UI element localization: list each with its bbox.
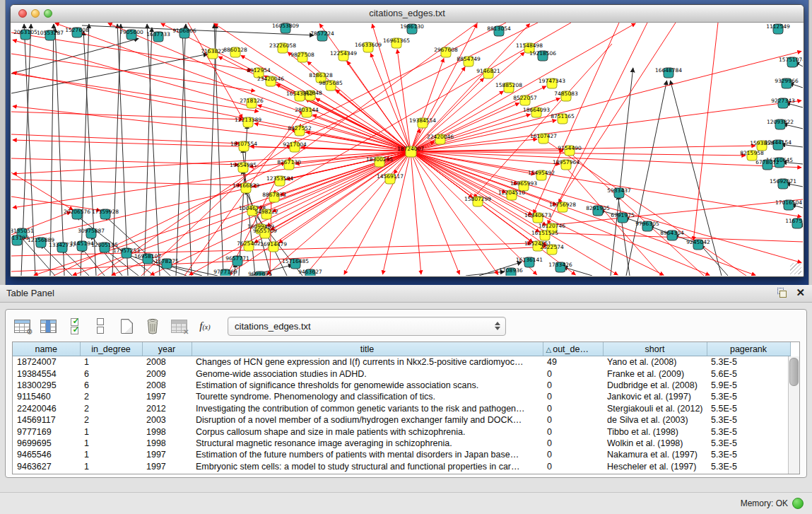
table-cell[interactable]: 0 xyxy=(543,414,603,426)
network-window[interactable]: citations_edges.txt 12213389181075541965… xyxy=(10,4,804,277)
table-cell[interactable]: 2 xyxy=(80,391,142,402)
table-row[interactable]: 1456911722003Disruption of a novel membe… xyxy=(13,414,790,426)
table-selector[interactable]: citations_edges.txt xyxy=(228,317,506,336)
table-cell[interactable]: 0 xyxy=(543,426,603,437)
table-row[interactable]: 1938455462009Genome-wide association stu… xyxy=(13,368,790,379)
table-row[interactable]: 946362711997Embryonic stem cells: a mode… xyxy=(13,461,790,472)
table-cell[interactable]: Investigating the contribution of common… xyxy=(192,403,543,414)
table-cell[interactable]: Embryonic stem cells: a model to study s… xyxy=(192,461,543,472)
table-cell[interactable]: 49 xyxy=(543,356,603,368)
table-cell[interactable]: 18300295 xyxy=(13,380,80,391)
table-cell[interactable]: 0 xyxy=(543,438,603,449)
table-cell[interactable]: Tibbo et al. (1998) xyxy=(603,426,707,437)
select-columns-button[interactable] xyxy=(39,317,57,335)
table-cell[interactable]: Estimation of the future numbers of pati… xyxy=(192,449,543,460)
table-cell[interactable]: Jankovic et al. (1997) xyxy=(603,391,707,402)
table-cell[interactable]: 6 xyxy=(80,380,142,391)
table-vertical-scrollbar[interactable] xyxy=(788,356,799,474)
table-cell[interactable]: Hescheler et al. (1997) xyxy=(603,461,707,472)
table-row[interactable]: 1830029562008Estimation of significance … xyxy=(13,380,790,391)
table-cell[interactable]: 5.6E-5 xyxy=(707,368,790,379)
table-cell[interactable]: 18724007 xyxy=(13,356,80,368)
column-header[interactable]: △out_de… xyxy=(543,342,603,356)
table-cell[interactable]: Estimation of significance thresholds fo… xyxy=(192,380,543,391)
table-cell[interactable]: 5.3E-5 xyxy=(707,461,790,472)
column-header[interactable]: short xyxy=(603,342,707,356)
table-cell[interactable]: 5.5E-5 xyxy=(707,403,790,414)
new-table-button[interactable] xyxy=(117,317,136,335)
table-row[interactable]: 969969511998Structural magnetic resonanc… xyxy=(13,438,790,449)
table-cell[interactable]: 9463627 xyxy=(13,461,80,472)
table-cell[interactable]: 14569117 xyxy=(13,414,80,426)
table-cell[interactable]: 0 xyxy=(543,449,603,460)
table-cell[interactable]: 1 xyxy=(80,426,142,437)
table-cell[interactable]: 2003 xyxy=(142,414,192,426)
table-cell[interactable]: 2012 xyxy=(142,403,192,414)
table-cell[interactable]: 9465546 xyxy=(13,449,80,460)
table-cell[interactable]: 0 xyxy=(543,380,603,391)
table-cell[interactable]: 2 xyxy=(80,414,142,426)
table-cell[interactable]: 6 xyxy=(80,368,142,379)
table-cell[interactable]: 0 xyxy=(543,368,603,379)
table-cell[interactable]: 1998 xyxy=(142,426,192,437)
table-cell[interactable]: 19384554 xyxy=(13,368,80,379)
table-cell[interactable]: 5.9E-5 xyxy=(707,380,790,391)
float-panel-icon[interactable] xyxy=(777,288,787,298)
table-cell[interactable]: 9115460 xyxy=(13,391,80,402)
window-resize-grip[interactable] xyxy=(790,263,801,274)
table-cell[interactable]: Franke et al. (2009) xyxy=(603,368,707,379)
column-header[interactable]: title xyxy=(192,342,543,356)
table-cell[interactable]: Corpus callosum shape and size in male p… xyxy=(192,426,543,437)
table-cell[interactable]: Stergiakouli et al. (2012) xyxy=(603,403,707,414)
table-cell[interactable]: 9777169 xyxy=(13,426,80,437)
network-view[interactable]: 1221338918107554196549851916682910046728… xyxy=(11,23,803,276)
table-cell[interactable]: Yano et al. (2008) xyxy=(603,356,707,368)
table-cell[interactable]: 1998 xyxy=(142,438,192,449)
table-cell[interactable]: 1997 xyxy=(142,449,192,460)
table-cell[interactable]: 1 xyxy=(80,449,142,460)
table-row[interactable]: 977716911998Corpus callosum shape and si… xyxy=(13,426,790,437)
column-header[interactable]: name xyxy=(13,342,80,356)
table-cell[interactable]: Dudbridge et al. (2008) xyxy=(603,380,707,391)
node-table-grid[interactable]: namein_degreeyeartitle△out_de…shortpager… xyxy=(13,342,791,472)
column-header[interactable]: in_degree xyxy=(80,342,142,356)
table-settings-button[interactable]: ⚙ xyxy=(13,317,31,335)
table-cell[interactable]: Disruption of a novel member of a sodium… xyxy=(192,414,543,426)
table-cell[interactable]: 5.3E-5 xyxy=(707,449,790,460)
table-cell[interactable]: 0 xyxy=(543,403,603,414)
table-cell[interactable]: 2008 xyxy=(142,380,192,391)
table-cell[interactable]: Wolkin et al. (1998) xyxy=(603,438,707,449)
table-cell[interactable]: 22420046 xyxy=(13,403,80,414)
select-all-button[interactable] xyxy=(65,317,83,335)
deselect-all-button[interactable] xyxy=(91,317,110,335)
function-builder-button[interactable]: f(x) xyxy=(196,317,214,335)
scrollbar-thumb[interactable] xyxy=(789,358,799,386)
table-cell[interactable]: Changes of HCN gene expression and I(f) … xyxy=(192,356,543,368)
table-row[interactable]: 946554611997Estimation of the future num… xyxy=(13,449,790,460)
network-window-titlebar[interactable]: citations_edges.txt xyxy=(11,5,804,23)
table-row[interactable]: 1872400712008Changes of HCN gene express… xyxy=(13,356,790,368)
table-cell[interactable]: Genome-wide association studies in ADHD. xyxy=(192,368,543,379)
table-cell[interactable]: de Silva et al. (2003) xyxy=(603,414,707,426)
table-row[interactable]: 911546021997Tourette syndrome. Phenomeno… xyxy=(13,391,790,402)
table-row[interactable]: 2242004622012Investigating the contribut… xyxy=(13,403,790,414)
table-cell[interactable]: 1997 xyxy=(142,391,192,402)
table-cell[interactable]: 5.3E-5 xyxy=(707,356,790,368)
table-cell[interactable]: 1 xyxy=(80,356,142,368)
table-cell[interactable]: Structural magnetic resonance image aver… xyxy=(192,438,543,449)
column-header[interactable]: pagerank xyxy=(707,342,790,356)
delete-table-button[interactable]: ✕ xyxy=(170,317,188,335)
table-cell[interactable]: 0 xyxy=(543,461,603,472)
table-cell[interactable]: 5.3E-5 xyxy=(707,414,790,426)
table-cell[interactable]: Nakamura et al. (1997) xyxy=(603,449,707,460)
table-cell[interactable]: 5.3E-5 xyxy=(707,391,790,402)
column-header[interactable]: year xyxy=(142,342,192,356)
table-cell[interactable]: 0 xyxy=(543,391,603,402)
table-cell[interactable]: 9699695 xyxy=(13,438,80,449)
table-cell[interactable]: 5.3E-5 xyxy=(707,438,790,449)
table-cell[interactable]: 2008 xyxy=(142,356,192,368)
table-cell[interactable]: 1997 xyxy=(142,461,192,472)
table-cell[interactable]: 1 xyxy=(80,438,142,449)
table-cell[interactable]: 1 xyxy=(80,461,142,472)
close-panel-icon[interactable]: ✕ xyxy=(796,288,805,298)
